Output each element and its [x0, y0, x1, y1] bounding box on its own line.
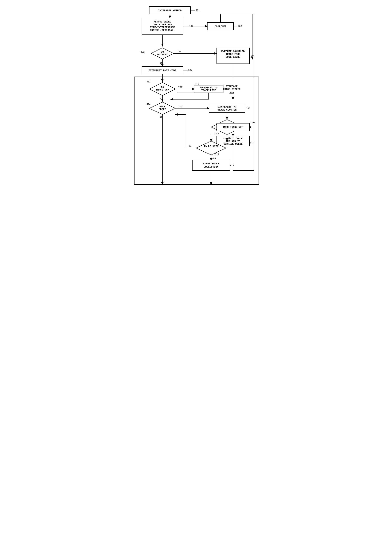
- is-pc-hot-label-1: IS PC HOT?: [203, 145, 218, 148]
- ref-318: 318: [230, 164, 234, 167]
- trace-picker-ref-310: 310: [230, 91, 234, 94]
- no-was-trace-on: NO: [228, 137, 231, 139]
- optimizer-label-2: OPTIMIZER AND: [153, 23, 172, 26]
- yes-pc-hot: YES: [212, 157, 216, 159]
- collect-trace-label-3: COMPILE QUEUE: [224, 143, 243, 145]
- trace-picker-label-1: BYRECODE: [226, 85, 238, 88]
- ref-316: 316: [251, 121, 255, 124]
- is-trace-on-label-2: TRACE ON?: [156, 88, 169, 91]
- turn-trace-off-label: TURN TRACE OFF: [223, 126, 243, 128]
- execute-label-3: CODE CACHE: [225, 56, 240, 58]
- yes-trace-on: YES: [178, 86, 182, 88]
- optimizer-label-4: ENGINE (OPTIONAL): [150, 29, 175, 32]
- ref-315: 315: [246, 107, 250, 110]
- ref-319: 319: [215, 153, 219, 156]
- back-edge-label-1: BACK: [159, 105, 165, 108]
- optimizer-label-1: METHOD LEVEL: [154, 21, 171, 23]
- ref-303: 303: [250, 55, 254, 58]
- start-trace-label-1: START TRACE: [203, 162, 219, 165]
- ref-200: 200: [238, 25, 242, 28]
- yes-go-native: YES: [177, 50, 181, 53]
- append-pc-label-2: TRACE LIST: [201, 89, 216, 92]
- ref-304: 304: [188, 69, 192, 72]
- increment-pc-box: [209, 104, 245, 113]
- start-trace-label-2: COLLECTION: [203, 166, 218, 169]
- collect-trace-label-2: AND ADD TO: [225, 140, 240, 143]
- optimizer-label-3: TYPE-INTERFERENCE: [150, 26, 175, 29]
- interpret-method-label: INTERPRET METHOD: [158, 9, 182, 12]
- execute-label-2: TRACE FROM: [225, 53, 240, 56]
- no-back-edge: NO: [160, 116, 162, 118]
- diagram-container: INTERPRET METHOD 101 METHOD LEVEL OPTIMI…: [131, 4, 262, 188]
- no-pc-hot: NO: [189, 145, 191, 147]
- trace-picker-label-2: TRACE PICKER: [223, 88, 240, 91]
- ref-313: 313: [250, 142, 254, 145]
- no-go-native: NO: [160, 62, 162, 64]
- interpret-byte-code-label: INTERPRET BYTE CODE: [148, 69, 176, 72]
- start-trace-box: [192, 160, 230, 170]
- increment-pc-label-2: USAGE COUNTER: [217, 108, 237, 111]
- execute-label-1: EXECUTE COMPILED: [221, 50, 245, 53]
- no-trace-on: NO: [160, 98, 162, 100]
- go-native-label-2: NATIVE?: [157, 53, 168, 56]
- append-pc-label-1: APPEND PC TO: [200, 86, 217, 89]
- collect-trace-label-1: COLLECT TRACE: [224, 137, 243, 140]
- go-native-label-1: GO: [161, 51, 164, 53]
- compiler-label: COMPILER: [214, 25, 226, 28]
- yes-back-edge: YES: [178, 105, 182, 107]
- ref-302: 302: [140, 51, 145, 53]
- ref-317: 317: [215, 133, 219, 136]
- back-edge-label-2: EDGE?: [159, 108, 166, 111]
- increment-pc-label-1: INCREMENT PC: [218, 106, 236, 108]
- ref-101: 101: [196, 9, 200, 12]
- ref-314: 314: [147, 103, 151, 106]
- ref-311: 311: [147, 81, 151, 83]
